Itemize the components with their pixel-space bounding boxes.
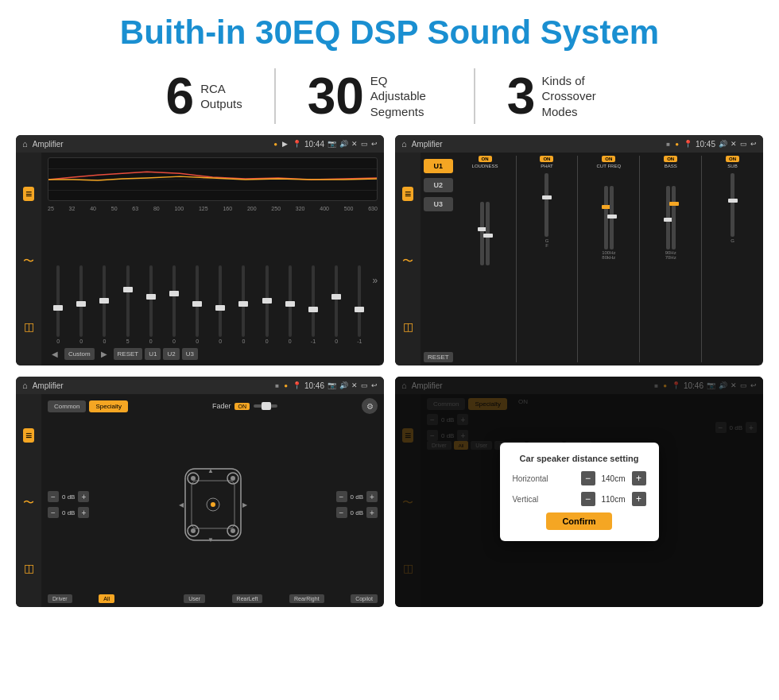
eq-chevron-right[interactable]: »	[372, 275, 378, 286]
rearleft-btn[interactable]: RearLeft	[232, 594, 263, 603]
topbar-dot2: ■	[666, 141, 670, 148]
back-icon-2[interactable]: ↩	[750, 140, 757, 148]
vertical-value: 110cm	[599, 495, 629, 504]
eq-slider-8[interactable]: 0	[233, 265, 254, 344]
back-icon[interactable]: ↩	[371, 140, 378, 148]
cross-sidebar-icon-3[interactable]: ◫	[24, 563, 34, 574]
home-icon-2[interactable]: ⌂	[401, 139, 407, 149]
eq-slider-0[interactable]: 0	[48, 265, 68, 344]
freq-160: 160	[223, 206, 232, 211]
eq-sidebar-icon-2[interactable]: 〜	[23, 255, 34, 266]
vertical-minus-btn[interactable]: −	[581, 492, 595, 506]
rearright-btn[interactable]: RearRight	[289, 594, 324, 603]
close-icon-3[interactable]: ✕	[351, 381, 358, 389]
home-icon[interactable]: ⌂	[22, 139, 28, 149]
stat-rca: 6 RCA Outputs	[134, 71, 274, 122]
dialog-overlay: Car speaker distance setting Horizontal …	[395, 377, 763, 607]
amp-sidebar-icon-1[interactable]: ≡	[402, 187, 413, 201]
stat-label-rca: RCA Outputs	[200, 81, 242, 112]
close-icon[interactable]: ✕	[351, 140, 358, 148]
eq-reset-btn[interactable]: RESET	[114, 348, 143, 360]
topbar-title-eq: Amplifier	[33, 140, 269, 149]
confirm-button[interactable]: Confirm	[546, 512, 611, 530]
stat-label-crossover: Kinds of Crossover Modes	[541, 73, 613, 120]
eq-slider-4[interactable]: 0	[141, 265, 161, 344]
speaker-layout-area: − 0 dB + − 0 dB +	[48, 418, 378, 591]
channel-controls: ON LOUDNESS	[458, 156, 760, 362]
horizontal-minus-btn[interactable]: −	[581, 471, 595, 485]
eq-prev-btn[interactable]: ◀	[48, 347, 62, 361]
u3-btn[interactable]: U3	[424, 197, 453, 211]
vertical-plus-btn[interactable]: +	[632, 492, 646, 506]
amp-sidebar-icon-3[interactable]: ◫	[403, 321, 413, 332]
cross-sidebar-icon-2[interactable]: 〜	[23, 497, 34, 508]
eq-u2-btn[interactable]: U2	[163, 348, 179, 360]
eq-slider-9[interactable]: 0	[257, 265, 277, 344]
freq-500: 500	[344, 206, 354, 211]
eq-slider-2[interactable]: 0	[94, 265, 114, 344]
freq-25: 25	[48, 206, 54, 211]
eq-slider-11[interactable]: -1	[303, 265, 324, 344]
minus-btn-br[interactable]: −	[336, 507, 347, 518]
minus-btn-tr[interactable]: −	[336, 491, 347, 502]
plus-btn-bl[interactable]: +	[78, 507, 89, 518]
eq-play-btn[interactable]: ▶	[97, 347, 111, 361]
play-icon[interactable]: ▶	[282, 140, 288, 148]
db-value-tr: 0 dB	[351, 493, 363, 501]
eq-sidebar-icon-3[interactable]: ◫	[24, 321, 34, 332]
eq-sidebar-icon-1[interactable]: ≡	[23, 187, 34, 201]
freq-320: 320	[296, 206, 305, 211]
svg-point-14	[231, 528, 235, 533]
eq-slider-13[interactable]: -1	[349, 265, 370, 344]
amp-reset-btn[interactable]: RESET	[424, 352, 453, 362]
home-icon-3[interactable]: ⌂	[22, 381, 28, 390]
copilot-btn[interactable]: Copilot	[351, 594, 378, 603]
ch-bass: ON BASS 90Hz 70Hz	[643, 156, 698, 362]
db-value-br: 0 dB	[351, 509, 363, 516]
cross-tabs-row: Common Specialty Fader ON ⚙	[48, 398, 378, 414]
cross-tab-specialty[interactable]: Specialty	[89, 400, 127, 412]
db-value-tl: 0 dB	[62, 493, 75, 501]
close-icon-2[interactable]: ✕	[731, 140, 737, 148]
cross-tab-common[interactable]: Common	[48, 400, 86, 412]
eq-slider-10[interactable]: 0	[280, 265, 300, 344]
fader-slider-track[interactable]	[254, 404, 277, 408]
minus-btn-bl[interactable]: −	[48, 507, 59, 518]
eq-slider-7[interactable]: 0	[210, 265, 231, 344]
window-icon-2: ▭	[740, 140, 747, 148]
topbar-dot-cross2: ●	[284, 382, 288, 389]
svg-point-12	[191, 528, 196, 533]
eq-slider-12[interactable]: 0	[326, 265, 347, 344]
eq-custom-btn[interactable]: Custom	[64, 348, 95, 360]
plus-btn-tl[interactable]: +	[78, 491, 89, 502]
plus-btn-br[interactable]: +	[366, 507, 378, 518]
car-diagram: ▲ ▼ ◀ ▶	[95, 453, 329, 556]
eq-u3-btn[interactable]: U3	[182, 348, 198, 360]
minus-btn-tl[interactable]: −	[48, 491, 59, 502]
eq-slider-6[interactable]: 0	[187, 265, 207, 344]
fader-label: Fader	[212, 402, 231, 410]
driver-btn[interactable]: Driver	[48, 594, 72, 603]
eq-graph-area	[48, 157, 378, 201]
settings-icon[interactable]: ⚙	[362, 398, 378, 414]
ch-sep-4	[701, 156, 702, 362]
u2-btn[interactable]: U2	[424, 178, 453, 192]
ch-sep-2	[577, 156, 578, 362]
location-icon-3: 📍	[293, 381, 301, 389]
eq-slider-1[interactable]: 0	[71, 265, 91, 344]
ch-sep-1	[516, 156, 517, 362]
eq-slider-3[interactable]: 5	[118, 265, 138, 344]
plus-btn-tr[interactable]: +	[366, 491, 378, 502]
eq-slider-5[interactable]: 0	[164, 265, 184, 344]
all-btn[interactable]: All	[99, 594, 114, 603]
u1-btn[interactable]: U1	[424, 159, 453, 173]
freq-63: 63	[132, 206, 138, 211]
topbar-cross: ⌂ Amplifier ■ ● 📍 10:46 📷 🔊 ✕ ▭ ↩	[16, 377, 384, 394]
eq-u1-btn[interactable]: U1	[145, 348, 161, 360]
user-btn[interactable]: User	[184, 594, 205, 603]
horizontal-plus-btn[interactable]: +	[632, 471, 646, 485]
back-icon-3[interactable]: ↩	[371, 381, 378, 389]
stat-label-eq: EQ Adjustable Segments	[370, 73, 442, 120]
cross-sidebar-icon-1[interactable]: ≡	[23, 428, 34, 443]
amp-sidebar-icon-2[interactable]: 〜	[402, 255, 413, 266]
